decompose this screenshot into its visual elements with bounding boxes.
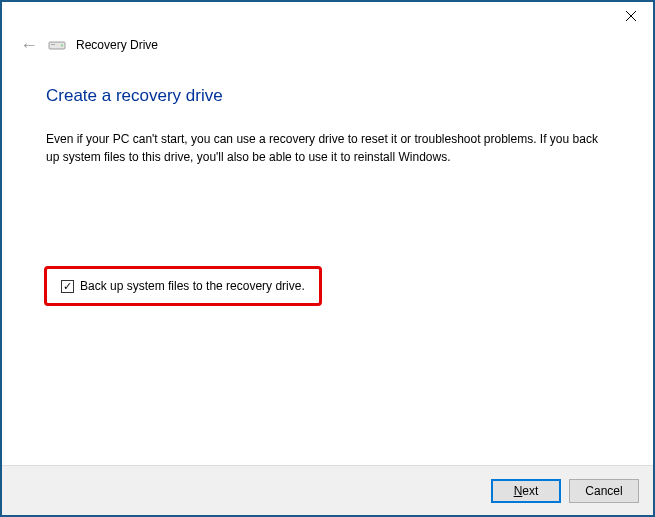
back-arrow-icon: ← — [20, 36, 38, 54]
next-button[interactable]: Next — [491, 479, 561, 503]
checkbox-highlight: ✓ Back up system files to the recovery d… — [44, 266, 322, 306]
backup-checkbox[interactable]: ✓ Back up system files to the recovery d… — [61, 279, 305, 293]
wizard-content: Create a recovery drive Even if your PC … — [2, 68, 653, 465]
wizard-title: Recovery Drive — [76, 38, 158, 52]
cancel-button[interactable]: Cancel — [569, 479, 639, 503]
svg-rect-3 — [51, 44, 55, 45]
page-description: Even if your PC can't start, you can use… — [46, 130, 606, 166]
page-heading: Create a recovery drive — [46, 86, 609, 106]
svg-point-4 — [61, 45, 63, 47]
backup-checkbox-label: Back up system files to the recovery dri… — [80, 279, 305, 293]
titlebar — [2, 2, 653, 32]
close-icon — [626, 11, 636, 21]
recovery-drive-window: ← Recovery Drive Create a recovery drive… — [0, 0, 655, 517]
checkbox-box-icon: ✓ — [61, 280, 74, 293]
drive-icon — [48, 39, 66, 51]
wizard-footer: Next Cancel — [2, 465, 653, 515]
close-button[interactable] — [608, 2, 653, 30]
wizard-header: ← Recovery Drive — [2, 32, 653, 68]
